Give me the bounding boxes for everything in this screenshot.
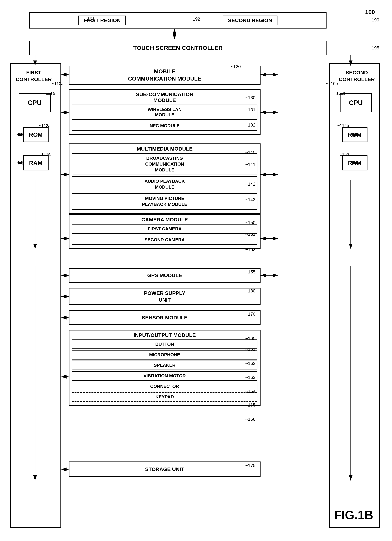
ram-box-left: RAM <box>23 155 49 170</box>
keypad-box: KEYPAD <box>72 392 258 402</box>
ref-110a: ~110a <box>52 81 63 86</box>
ref-163: ~163 <box>245 375 256 380</box>
second-region-box: SECOND REGION <box>223 16 278 25</box>
camera-module-outer: CAMERA MODULE FIRST CAMERA SECOND CAMERA <box>69 214 261 249</box>
ref-113a: ~113a <box>39 152 51 156</box>
rom-box-left: ROM <box>23 127 49 142</box>
broadcasting-comm-box: BROADCASTINGCOMMUNICATIONMODULE <box>72 153 258 175</box>
io-module-outer: INPUT/OUTPUT MODULE BUTTON MICROPHONE SP… <box>69 330 261 406</box>
ref-111a: ~111a <box>43 91 55 96</box>
ref-152: ~152 <box>245 247 256 252</box>
ref-113b: ~113b <box>337 152 349 156</box>
ref-100: 100 <box>365 9 375 15</box>
sub-comm-module-outer: SUB-COMMUNICATIONMODULE WIRELESS LANMODU… <box>69 89 261 135</box>
power-supply-unit: POWER SUPPLYUNIT <box>69 288 261 305</box>
ref-120: ~120 <box>231 64 241 69</box>
arrow-190-195 <box>169 28 180 40</box>
ref-191: ~191 <box>85 16 95 22</box>
connector-box: CONNECTOR <box>72 382 258 391</box>
ref-112a: ~112a <box>39 123 51 128</box>
ref-170: ~170 <box>245 312 256 317</box>
cpu-box-right: CPU <box>340 93 372 112</box>
ref-141: ~141 <box>245 162 256 167</box>
ref-140: ~140 <box>245 150 256 155</box>
ref-166: ~166 <box>245 416 256 422</box>
ref-160: ~160 <box>245 336 256 341</box>
storage-unit: STORAGE UNIT <box>69 462 261 477</box>
audio-playback-box: AUDIO PLAYBACKMODULE <box>72 176 258 192</box>
ref-130: ~130 <box>245 95 256 100</box>
ref-180: ~180 <box>245 288 256 294</box>
ref-190: —190 <box>367 17 379 23</box>
nfc-module-box: NFC MODULE <box>72 121 258 131</box>
ref-151: ~151 <box>245 232 256 237</box>
left-controller-label: FIRSTCONTROLLER <box>12 69 55 83</box>
ref-155: ~155 <box>245 269 256 275</box>
ref-165: ~165 <box>245 402 256 408</box>
touch-screen-controller: TOUCH SCREEN CONTROLLER <box>29 41 326 55</box>
moving-picture-box: MOVING PICTUREPLAYBACK MODULE <box>72 193 258 210</box>
sensor-module: SENSOR MODULE <box>69 310 261 325</box>
ref-164: ~164 <box>245 389 256 394</box>
ref-112b: ~112b <box>337 123 349 128</box>
ram-box-right: RAM <box>342 155 367 170</box>
wireless-lan-box: WIRELESS LANMODULE <box>72 104 258 120</box>
region-190-box: FIRST REGION SECOND REGION <box>29 12 326 29</box>
microphone-box: MICROPHONE <box>72 350 258 359</box>
multimedia-module-outer: MULTIMEDIA MODULE BROADCASTINGCOMMUNICAT… <box>69 143 261 214</box>
fig-label: FIG.1B <box>334 508 373 522</box>
vibration-motor-box: VIBRATION MOTOR <box>72 371 258 381</box>
gps-module: GPS MODULE <box>69 268 261 283</box>
cpu-box-left: CPU <box>19 93 51 112</box>
right-controller-label: SECONDCONTROLLER <box>335 69 378 83</box>
first-camera-box: FIRST CAMERA <box>72 224 258 234</box>
ref-162: ~162 <box>245 361 256 366</box>
ref-175: ~175 <box>245 463 256 468</box>
speaker-box: SPEAKER <box>72 361 258 370</box>
ref-150: ~150 <box>245 220 256 225</box>
second-camera-box: SECOND CAMERA <box>72 235 258 245</box>
rom-box-right: ROM <box>342 127 367 142</box>
ref-143: ~143 <box>245 197 256 203</box>
ref-142: ~142 <box>245 182 256 187</box>
ref-195: —195 <box>367 45 379 51</box>
ref-110b: ~110b <box>326 81 338 86</box>
button-box: BUTTON <box>72 339 258 349</box>
ref-111b: ~111b <box>334 91 346 96</box>
ref-131: ~131 <box>245 107 256 113</box>
ref-192: ~192 <box>190 16 200 22</box>
ref-132: ~132 <box>245 122 256 128</box>
ref-161: ~161 <box>245 347 256 352</box>
